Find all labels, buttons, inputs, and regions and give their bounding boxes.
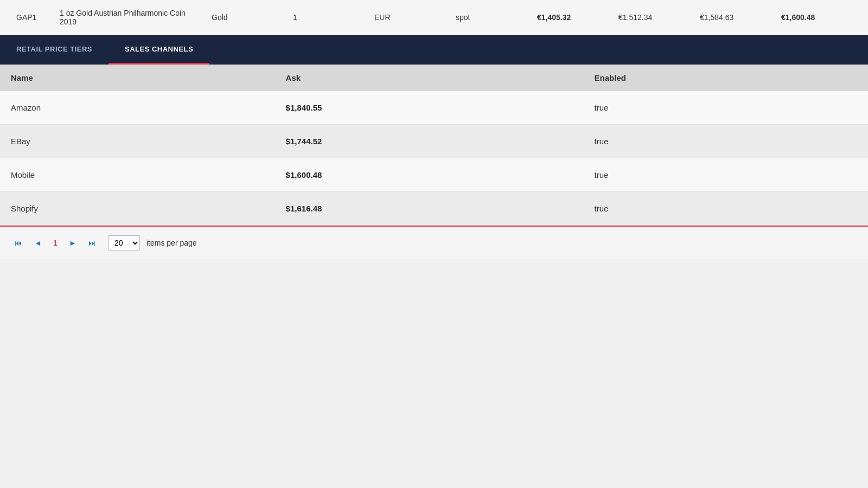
cell-enabled: true bbox=[584, 125, 868, 158]
cell-ask: $1,616.48 bbox=[275, 192, 584, 226]
col-header-enabled: Enabled bbox=[584, 65, 868, 91]
product-row: GAP1 1 oz Gold Austrian Philharmonic Coi… bbox=[0, 0, 868, 35]
cell-name: Mobile bbox=[0, 158, 275, 192]
cell-enabled: true bbox=[584, 158, 868, 192]
col-header-ask: Ask bbox=[275, 65, 584, 91]
cell-name: Amazon bbox=[0, 91, 275, 125]
next-page-button[interactable]: ► bbox=[65, 235, 80, 251]
product-id: GAP1 bbox=[11, 13, 54, 22]
table-row: Amazon$1,840.55true bbox=[0, 91, 868, 125]
product-price-type: spot bbox=[450, 13, 532, 22]
product-ask2: €1,584.63 bbox=[694, 13, 776, 22]
product-bid: €1,405.32 bbox=[532, 13, 613, 22]
cell-ask: $1,600.48 bbox=[275, 158, 584, 192]
product-ask3: €1,600.48 bbox=[776, 13, 857, 22]
pagination-bar: ⏮ ◄ 1 ► ⏭ 102050100 items per page bbox=[0, 226, 868, 259]
product-ask1: €1,512.34 bbox=[613, 13, 694, 22]
per-page-select[interactable]: 102050100 bbox=[108, 235, 140, 251]
prev-page-button[interactable]: ◄ bbox=[30, 235, 46, 251]
table-row: Shopify$1,616.48true bbox=[0, 192, 868, 226]
cell-enabled: true bbox=[584, 91, 868, 125]
product-name: 1 oz Gold Austrian Philharmonic Coin 201… bbox=[54, 9, 206, 26]
tabs-bar: RETAIL PRICE TIERS SALES CHANNELS bbox=[0, 35, 868, 65]
last-page-button[interactable]: ⏭ bbox=[85, 235, 100, 251]
table-container: Name Ask Enabled Amazon$1,840.55trueEBay… bbox=[0, 65, 868, 226]
tab-sales-channels[interactable]: SALES CHANNELS bbox=[108, 35, 209, 65]
product-quantity: 1 bbox=[288, 13, 369, 22]
col-header-name: Name bbox=[0, 65, 275, 91]
product-metal: Gold bbox=[206, 13, 288, 22]
product-currency: EUR bbox=[369, 13, 450, 22]
cell-ask: $1,840.55 bbox=[275, 91, 584, 125]
cell-enabled: true bbox=[584, 192, 868, 226]
table-header-row: Name Ask Enabled bbox=[0, 65, 868, 91]
table-row: EBay$1,744.52true bbox=[0, 125, 868, 158]
tab-retail-price-tiers[interactable]: RETAIL PRICE TIERS bbox=[0, 35, 108, 65]
current-page: 1 bbox=[50, 239, 61, 247]
cell-ask: $1,744.52 bbox=[275, 125, 584, 158]
cell-name: Shopify bbox=[0, 192, 275, 226]
first-page-button[interactable]: ⏮ bbox=[11, 235, 26, 251]
table-row: Mobile$1,600.48true bbox=[0, 158, 868, 192]
sales-channels-table: Name Ask Enabled Amazon$1,840.55trueEBay… bbox=[0, 65, 868, 226]
cell-name: EBay bbox=[0, 125, 275, 158]
items-per-page-label: items per page bbox=[146, 239, 197, 247]
